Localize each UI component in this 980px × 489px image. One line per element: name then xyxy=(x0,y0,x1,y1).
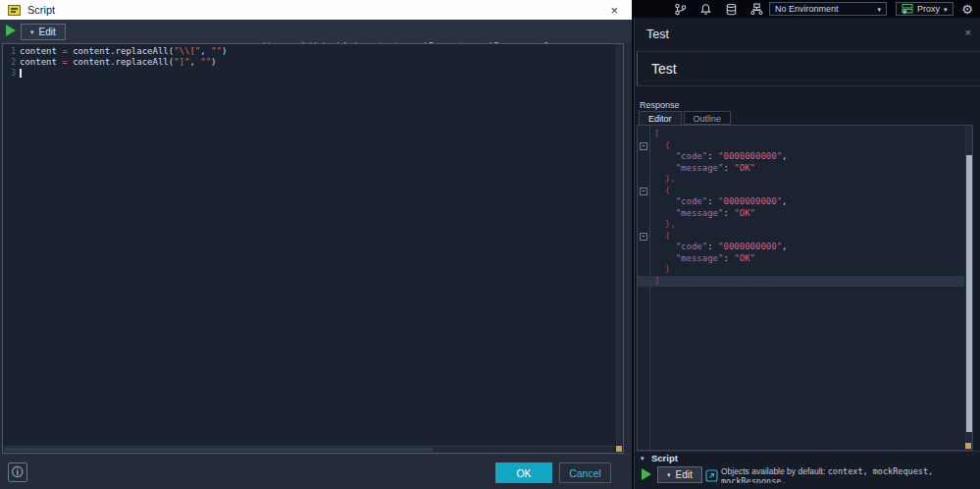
ok-button[interactable]: OK xyxy=(495,462,552,483)
script-section-header[interactable]: ▾ Script xyxy=(635,451,980,463)
code-line: "code": "0000000000", xyxy=(638,242,964,253)
script-section-toolbar: ▾ Edit Objects available by default: con… xyxy=(635,463,980,489)
code-line: "message": "OK" xyxy=(638,163,964,175)
tab-outline[interactable]: Outline xyxy=(684,111,732,125)
open-in-editor-icon[interactable] xyxy=(705,468,718,486)
code-line: - { xyxy=(638,231,964,243)
database-icon[interactable] xyxy=(725,3,738,16)
code-line: content = content.replaceAll("]", "") xyxy=(20,57,611,68)
edit-dropdown-button[interactable]: ▾ Edit xyxy=(657,466,702,483)
resize-corner xyxy=(965,443,971,449)
json-content: [- { "code": "0000000000", "message": "O… xyxy=(638,129,964,287)
dialog-footer: ⓘ OK Cancel xyxy=(0,454,632,489)
settings-gear-icon[interactable]: ⚙ xyxy=(961,3,973,16)
proxy-button-label: Proxy xyxy=(917,4,940,14)
chevron-down-icon: ▾ xyxy=(944,6,948,13)
code-line: "code": "0000000000", xyxy=(638,151,964,163)
proxy-server-icon xyxy=(902,3,913,15)
right-pane: No Environment ▾ Proxy ▾ ⚙ Test × Test xyxy=(634,0,980,489)
line-number: 2 xyxy=(3,57,16,68)
code-line: - { xyxy=(638,140,964,152)
code-line xyxy=(20,68,611,79)
code-line: } xyxy=(638,264,964,276)
fold-marker-icon[interactable]: - xyxy=(640,188,647,195)
response-tabbar: Editor Outline xyxy=(639,111,731,125)
script-code-editor[interactable]: 123 content = content.replaceAll("\\[", … xyxy=(2,43,624,454)
panel-title: Test xyxy=(646,27,669,41)
run-script-button[interactable] xyxy=(6,25,16,36)
code-line: [ xyxy=(638,129,964,140)
collapse-chevron-icon: ▾ xyxy=(641,455,645,462)
dialog-close-icon[interactable]: × xyxy=(604,4,624,17)
tab-editor[interactable]: Editor xyxy=(639,111,682,125)
response-json-editor[interactable]: [- { "code": "0000000000", "message": "O… xyxy=(637,125,973,451)
code-line: }, xyxy=(638,219,964,231)
code-line: content = content.replaceAll("\\[", "") xyxy=(20,46,611,57)
test-panel: Test × Test Response Editor Outline [- {… xyxy=(634,18,980,489)
line-number: 1 xyxy=(3,46,16,57)
scrollbar-thumb[interactable] xyxy=(966,155,972,432)
script-help-text: Objects available by default: context, m… xyxy=(721,466,980,483)
script-section-label: Script xyxy=(651,453,678,463)
resize-corner xyxy=(616,446,622,452)
panel-close-icon[interactable]: × xyxy=(965,27,971,38)
app-topbar: No Environment ▾ Proxy ▾ ⚙ xyxy=(634,0,980,18)
git-branch-icon[interactable] xyxy=(674,3,687,16)
notifications-bell-icon[interactable] xyxy=(699,3,712,16)
vertical-scrollbar[interactable] xyxy=(965,126,972,450)
code-line: }, xyxy=(638,174,964,186)
code-line: ] xyxy=(638,276,964,288)
code-line: "message": "OK" xyxy=(638,208,964,220)
chevron-down-icon: ▾ xyxy=(30,28,34,35)
dialog-title: Script xyxy=(27,4,55,16)
line-number-gutter: 123 xyxy=(3,46,16,79)
text-cursor xyxy=(20,69,22,78)
environment-selector-value: No Environment xyxy=(775,4,839,14)
fold-marker-icon[interactable]: - xyxy=(640,142,647,150)
chevron-down-icon: ▾ xyxy=(877,6,881,13)
script-dialog: Script × ▾ Edit Objects available by def… xyxy=(0,0,633,489)
vertical-scrollbar[interactable] xyxy=(616,44,623,445)
run-script-button[interactable] xyxy=(642,468,651,480)
environment-selector[interactable]: No Environment ▾ xyxy=(769,2,887,16)
response-label: Response xyxy=(640,100,680,110)
script-code-lines: content = content.replaceAll("\\[", "")c… xyxy=(20,46,611,79)
edit-dropdown-button[interactable]: ▾ Edit xyxy=(21,24,66,40)
script-file-icon xyxy=(8,5,21,16)
code-line: "message": "OK" xyxy=(638,253,964,265)
scrollbar-thumb[interactable] xyxy=(4,448,433,452)
dialog-titlebar: Script × xyxy=(0,0,632,20)
edit-button-label: Edit xyxy=(39,27,56,37)
cancel-button[interactable]: Cancel xyxy=(559,462,611,483)
dialog-toolbar: ▾ Edit Objects available by default: con… xyxy=(0,20,632,43)
code-line: - { xyxy=(638,186,964,197)
edit-button-label: Edit xyxy=(676,469,693,480)
horizontal-scrollbar[interactable] xyxy=(3,446,615,453)
code-line: "code": "0000000000", xyxy=(638,196,964,208)
line-number: 3 xyxy=(3,68,16,79)
info-button[interactable]: ⓘ xyxy=(8,462,27,482)
app-window: Script × ▾ Edit Objects available by def… xyxy=(0,0,980,489)
chevron-down-icon: ▾ xyxy=(667,471,671,478)
fold-marker-icon[interactable]: - xyxy=(640,233,647,241)
proxy-button[interactable]: Proxy ▾ xyxy=(896,2,954,16)
test-name-value: Test xyxy=(651,61,677,77)
mock-routes-icon[interactable] xyxy=(750,3,763,16)
test-name-field[interactable]: Test xyxy=(637,51,980,86)
